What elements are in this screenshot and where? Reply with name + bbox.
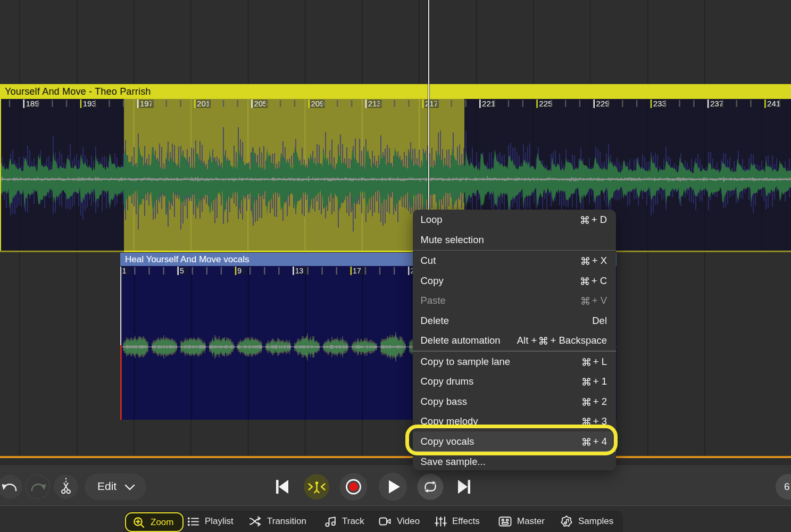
svg-text:9: 9	[237, 267, 242, 275]
svg-text:5: 5	[180, 267, 184, 275]
svg-text:209: 209	[311, 99, 324, 108]
svg-text:225: 225	[539, 99, 552, 108]
svg-text:241: 241	[767, 99, 780, 108]
svg-text:193: 193	[83, 99, 96, 108]
svg-text:201: 201	[197, 99, 210, 108]
svg-text:1: 1	[122, 267, 127, 275]
svg-text:189: 189	[26, 99, 39, 108]
svg-text:233: 233	[653, 99, 667, 108]
svg-text:229: 229	[596, 99, 610, 108]
svg-text:13: 13	[295, 267, 304, 275]
svg-text:17: 17	[353, 267, 361, 275]
svg-text:237: 237	[710, 99, 723, 108]
svg-text:213: 213	[368, 99, 381, 108]
svg-text:205: 205	[254, 99, 267, 108]
svg-text:217: 217	[425, 99, 438, 108]
svg-text:221: 221	[482, 99, 495, 108]
svg-text:197: 197	[140, 99, 153, 108]
